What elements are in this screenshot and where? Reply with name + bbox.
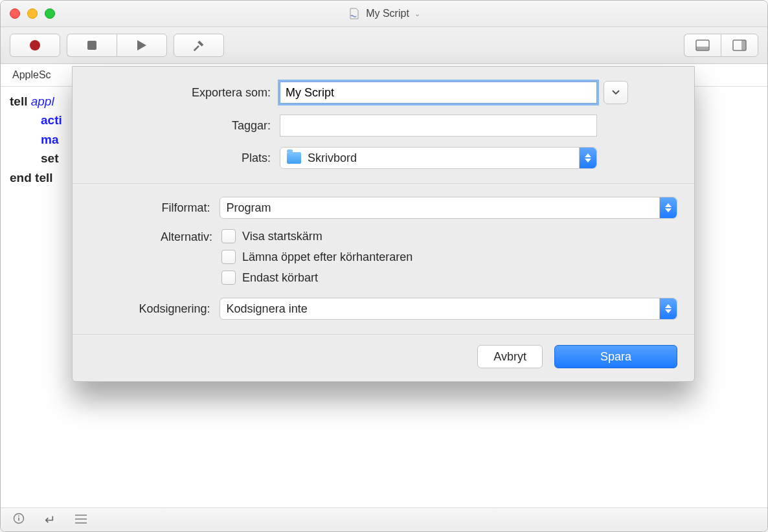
script-document-icon [348,7,361,20]
code-command: ma [41,133,58,146]
file-format-label: Filformat: [89,201,220,215]
minimize-window-button[interactable] [27,8,38,19]
expand-browser-button[interactable] [604,81,628,104]
run-only-checkbox[interactable] [221,271,236,285]
code-keyword: end tell [10,171,53,184]
tags-input[interactable] [280,115,597,137]
info-icon[interactable] [12,513,25,527]
hammer-icon [192,38,206,52]
bottom-pane-icon [695,39,710,51]
play-icon [137,40,146,50]
file-format-value: Program [227,201,271,215]
chevron-down-icon [612,90,620,95]
title-bar: My Script ⌄ [1,1,767,27]
code-command: acti [41,113,62,127]
popup-stepper-icon [659,197,677,218]
svg-rect-1 [696,47,709,50]
window-controls [10,8,55,19]
close-window-button[interactable] [10,8,20,19]
show-splash-label: Visa startskärm [242,230,322,243]
build-button[interactable] [174,34,224,57]
svg-rect-3 [741,40,746,50]
popup-stepper-icon [659,298,677,319]
code-signing-popup[interactable]: Kodsignera inte [220,298,677,320]
file-format-popup[interactable]: Program [220,197,677,219]
cancel-button[interactable]: Avbryt [477,345,543,368]
list-icon[interactable] [74,513,87,527]
folder-icon [287,152,301,164]
code-app-ref: appl [31,94,54,108]
toolbar [1,27,767,64]
svg-rect-5 [18,517,19,520]
zoom-window-button[interactable] [45,8,55,19]
tags-label: Taggar: [89,119,280,133]
location-value: Skrivbord [308,151,357,165]
record-button[interactable] [10,34,60,57]
window-title: My Script [366,8,409,19]
code-keyword: tell [10,94,27,108]
record-icon [30,40,40,50]
save-button[interactable]: Spara [554,345,677,368]
location-popup[interactable]: Skrivbord [280,147,597,169]
code-signing-label: Kodsignering: [89,302,220,316]
code-signing-value: Kodsignera inte [227,302,308,316]
stop-button[interactable] [67,34,117,57]
language-label: AppleSc [12,69,51,81]
alternatives-label: Alternativ: [89,229,221,244]
run-button[interactable] [117,34,167,57]
run-only-label: Endast körbart [242,271,318,285]
toggle-side-pane-button[interactable] [721,34,758,57]
leave-open-checkbox[interactable] [221,250,236,264]
export-sheet: Exportera som: Taggar: Plats: Skrivbord [72,66,695,382]
code-keyword: set [41,151,58,165]
toggle-result-pane-button[interactable] [684,34,721,57]
location-label: Plats: [89,151,280,165]
return-icon[interactable]: ↵ [43,512,56,527]
export-as-input[interactable] [280,82,597,104]
svg-rect-6 [18,515,19,516]
popup-stepper-icon [579,148,596,168]
title-popup-chevron-icon: ⌄ [414,10,420,18]
leave-open-label: Lämna öppet efter körhanteraren [242,250,412,264]
stop-icon [87,41,96,50]
show-splash-checkbox[interactable] [221,229,236,243]
status-bar: ↵ [1,507,767,531]
export-as-label: Exportera som: [89,86,280,100]
side-pane-icon [732,39,747,51]
app-window: My Script ⌄ AppleSc tell appl acti ma se… [0,0,768,532]
